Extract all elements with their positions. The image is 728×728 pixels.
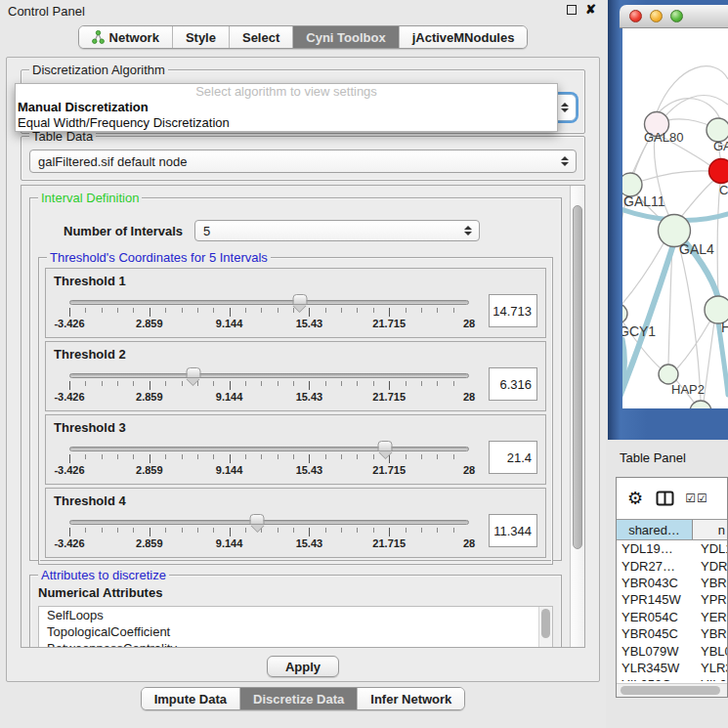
cell[interactable]: YDL19…	[617, 541, 693, 556]
table-row[interactable]: YBR043C YBR0	[617, 575, 727, 591]
table-row[interactable]: YIL052C YIL0	[617, 676, 727, 681]
dropdown-option-equal-width-frequency[interactable]: Equal Width/Frequency Discretization	[16, 115, 557, 131]
threshold-4-slider[interactable]: -3.426 2.859 9.144 15.43 21.715 28	[54, 512, 475, 550]
cell[interactable]: YBR0	[693, 626, 727, 641]
table-row[interactable]: YPR145W YPR1	[617, 591, 727, 608]
table-data-combobox[interactable]: galFiltered.sif default node	[29, 150, 577, 173]
scale-label: 15.43	[296, 537, 323, 549]
column-header-shared-name[interactable]: shared…	[617, 520, 693, 539]
close-icon[interactable]: ✘	[585, 4, 596, 16]
cell[interactable]: YDL1	[693, 541, 727, 556]
number-of-intervals-label: Number of Intervals	[64, 224, 183, 238]
scale-label: 9.144	[216, 391, 243, 403]
node-selected-red[interactable]	[709, 159, 728, 184]
cell[interactable]: YLR3	[693, 661, 727, 675]
node-label: H	[721, 320, 728, 335]
table-row[interactable]: YER054C YER0	[617, 609, 727, 625]
tab-impute-data[interactable]: Impute Data	[142, 688, 240, 709]
select-columns-icons[interactable]: ☑☑	[685, 492, 708, 505]
threshold-1-slider[interactable]: -3.426 2.859 9.144 15.43 21.715 28	[54, 292, 475, 330]
tab-style[interactable]: Style	[173, 26, 230, 48]
slider-thumb[interactable]	[292, 294, 307, 305]
threshold-4-value[interactable]: 11.344	[489, 514, 537, 547]
node-hap2[interactable]	[659, 364, 678, 384]
node-gcy1[interactable]	[622, 304, 627, 323]
cell[interactable]: YIL0	[693, 677, 727, 681]
scale-label: 28	[463, 537, 475, 549]
float-window-icon[interactable]	[567, 5, 577, 15]
threshold-label: Threshold 4	[54, 493, 537, 508]
tab-network[interactable]: Network	[79, 26, 173, 48]
table-row[interactable]: YDL19… YDL1	[617, 540, 727, 557]
cell[interactable]: YPR1	[693, 592, 727, 607]
threshold-3-slider[interactable]: -3.426 2.859 9.144 15.43 21.715 28	[54, 439, 475, 477]
cell[interactable]: YBL079W	[617, 644, 693, 659]
scale-label: -3.426	[54, 391, 84, 403]
cell[interactable]: YBL0	[693, 644, 727, 659]
cell[interactable]: YER054C	[617, 610, 693, 624]
threshold-3-value[interactable]: 21.4	[489, 441, 537, 474]
slider-scale: -3.426 2.859 9.144 15.43 21.715 28	[69, 537, 469, 550]
cell[interactable]: YBR045C	[617, 626, 693, 641]
slider-thumb[interactable]	[378, 441, 393, 451]
column-header-name[interactable]: n	[693, 520, 727, 539]
dropdown-hint: Select algorithm to view settings	[16, 84, 557, 100]
combo-arrows-icon	[561, 103, 569, 112]
tab-select[interactable]: Select	[230, 26, 293, 48]
minimize-traffic-light-icon[interactable]	[650, 10, 663, 22]
apply-button[interactable]: Apply	[267, 656, 339, 677]
settings-scrollpane: Interval Definition Number of Intervals …	[21, 185, 585, 648]
scrollbar-thumb[interactable]	[573, 205, 582, 549]
network-canvas[interactable]: GAL80 GA C GAL11 GAL4 GCY1 H HAP2	[622, 28, 728, 408]
cell[interactable]: YLR345W	[617, 661, 693, 675]
threshold-1-value[interactable]: 14.713	[489, 294, 537, 327]
settings-vertical-scrollbar[interactable]	[570, 186, 584, 647]
tab-infer-network[interactable]: Infer Network	[358, 688, 464, 709]
list-item[interactable]: BetweennessCentrality	[39, 640, 552, 647]
numerical-attributes-list[interactable]: SelfLoops TopologicalCoefficient Between…	[38, 606, 553, 647]
close-traffic-light-icon[interactable]	[629, 10, 642, 22]
cell[interactable]: YBR0	[693, 576, 727, 590]
scrollbar-thumb[interactable]	[621, 686, 720, 695]
table-horizontal-scrollbar[interactable]	[617, 683, 727, 697]
cell[interactable]: YDR2	[693, 559, 727, 574]
tab-cyni-toolbox[interactable]: Cyni Toolbox	[293, 26, 399, 48]
list-item[interactable]: TopologicalCoefficient	[39, 623, 552, 640]
tab-label: Impute Data	[154, 692, 227, 707]
list-scrollbar[interactable]	[538, 607, 552, 647]
cell[interactable]: YDR27…	[617, 559, 693, 574]
gear-icon[interactable]: ⚙	[627, 488, 643, 509]
tab-discretize-data[interactable]: Discretize Data	[240, 688, 358, 709]
table-row[interactable]: YBL079W YBL0	[617, 642, 727, 659]
cell[interactable]: YER0	[693, 610, 727, 624]
scale-label: 21.715	[372, 464, 406, 476]
threshold-label: Threshold 3	[54, 420, 537, 435]
combo-value: galFiltered.sif default node	[38, 154, 187, 169]
threshold-2-value[interactable]: 6.316	[489, 367, 537, 401]
zoom-traffic-light-icon[interactable]	[670, 10, 683, 22]
table-row[interactable]: YLR345W YLR3	[617, 660, 727, 676]
top-tab-row: Network Style Select Cyni Toolbox jActiv…	[0, 25, 606, 55]
threshold-3-box: Threshold 3 -3.426	[45, 414, 546, 485]
scale-label: -3.426	[54, 464, 84, 476]
threshold-2-slider[interactable]: -3.426 2.859 9.144 15.43 21.715 28	[54, 365, 475, 404]
tab-jactivemnodules[interactable]: jActiveMNodules	[400, 26, 528, 48]
slider-thumb[interactable]	[250, 514, 265, 525]
algorithm-dropdown-popup: Select algorithm to view settings Manual…	[15, 83, 558, 132]
cell[interactable]: YPR145W	[617, 592, 693, 607]
split-columns-icon[interactable]	[656, 491, 674, 506]
combo-value: 5	[203, 224, 210, 238]
scale-label: 21.715	[372, 391, 406, 403]
list-item[interactable]: SelfLoops	[39, 607, 552, 623]
cell[interactable]: YIL052C	[617, 677, 693, 681]
scale-label: 2.859	[136, 391, 163, 403]
network-nodes[interactable]	[622, 112, 728, 409]
node-label: C	[719, 183, 728, 197]
table-row[interactable]: YBR045C YBR0	[617, 625, 727, 642]
dropdown-option-manual-discretization[interactable]: Manual Discretization	[16, 100, 557, 115]
slider-thumb[interactable]	[186, 367, 200, 378]
numerical-attributes-label: Numerical Attributes	[38, 585, 553, 600]
cell[interactable]: YBR043C	[617, 576, 693, 590]
number-of-intervals-combobox[interactable]: 5	[194, 220, 480, 241]
table-row[interactable]: YDR27… YDR2	[617, 557, 727, 574]
